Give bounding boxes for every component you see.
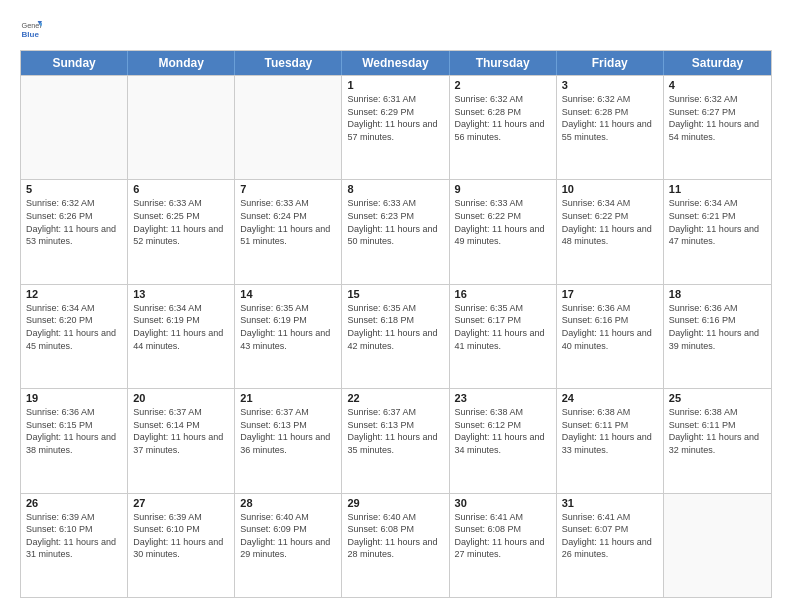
day-cell-16: 16Sunrise: 6:35 AM Sunset: 6:17 PM Dayli… xyxy=(450,285,557,388)
day-number-7: 7 xyxy=(240,183,336,195)
day-cell-20: 20Sunrise: 6:37 AM Sunset: 6:14 PM Dayli… xyxy=(128,389,235,492)
day-info-31: Sunrise: 6:41 AM Sunset: 6:07 PM Dayligh… xyxy=(562,511,658,561)
empty-cell xyxy=(128,76,235,179)
day-info-22: Sunrise: 6:37 AM Sunset: 6:13 PM Dayligh… xyxy=(347,406,443,456)
day-number-28: 28 xyxy=(240,497,336,509)
day-cell-26: 26Sunrise: 6:39 AM Sunset: 6:10 PM Dayli… xyxy=(21,494,128,597)
day-number-31: 31 xyxy=(562,497,658,509)
day-cell-7: 7Sunrise: 6:33 AM Sunset: 6:24 PM Daylig… xyxy=(235,180,342,283)
day-number-2: 2 xyxy=(455,79,551,91)
day-info-23: Sunrise: 6:38 AM Sunset: 6:12 PM Dayligh… xyxy=(455,406,551,456)
empty-cell xyxy=(664,494,771,597)
day-cell-15: 15Sunrise: 6:35 AM Sunset: 6:18 PM Dayli… xyxy=(342,285,449,388)
day-number-20: 20 xyxy=(133,392,229,404)
calendar-row-4: 26Sunrise: 6:39 AM Sunset: 6:10 PM Dayli… xyxy=(21,493,771,597)
day-number-6: 6 xyxy=(133,183,229,195)
day-info-16: Sunrise: 6:35 AM Sunset: 6:17 PM Dayligh… xyxy=(455,302,551,352)
day-cell-22: 22Sunrise: 6:37 AM Sunset: 6:13 PM Dayli… xyxy=(342,389,449,492)
empty-cell xyxy=(235,76,342,179)
day-cell-19: 19Sunrise: 6:36 AM Sunset: 6:15 PM Dayli… xyxy=(21,389,128,492)
day-info-8: Sunrise: 6:33 AM Sunset: 6:23 PM Dayligh… xyxy=(347,197,443,247)
header-sunday: Sunday xyxy=(21,51,128,75)
day-number-1: 1 xyxy=(347,79,443,91)
day-info-18: Sunrise: 6:36 AM Sunset: 6:16 PM Dayligh… xyxy=(669,302,766,352)
day-info-19: Sunrise: 6:36 AM Sunset: 6:15 PM Dayligh… xyxy=(26,406,122,456)
calendar-body: 1Sunrise: 6:31 AM Sunset: 6:29 PM Daylig… xyxy=(21,75,771,597)
day-cell-21: 21Sunrise: 6:37 AM Sunset: 6:13 PM Dayli… xyxy=(235,389,342,492)
day-number-15: 15 xyxy=(347,288,443,300)
day-number-14: 14 xyxy=(240,288,336,300)
day-number-26: 26 xyxy=(26,497,122,509)
day-number-30: 30 xyxy=(455,497,551,509)
day-info-20: Sunrise: 6:37 AM Sunset: 6:14 PM Dayligh… xyxy=(133,406,229,456)
day-number-11: 11 xyxy=(669,183,766,195)
day-number-5: 5 xyxy=(26,183,122,195)
day-info-28: Sunrise: 6:40 AM Sunset: 6:09 PM Dayligh… xyxy=(240,511,336,561)
day-info-30: Sunrise: 6:41 AM Sunset: 6:08 PM Dayligh… xyxy=(455,511,551,561)
day-number-23: 23 xyxy=(455,392,551,404)
day-info-11: Sunrise: 6:34 AM Sunset: 6:21 PM Dayligh… xyxy=(669,197,766,247)
day-cell-11: 11Sunrise: 6:34 AM Sunset: 6:21 PM Dayli… xyxy=(664,180,771,283)
day-number-16: 16 xyxy=(455,288,551,300)
day-number-10: 10 xyxy=(562,183,658,195)
day-number-13: 13 xyxy=(133,288,229,300)
header-friday: Friday xyxy=(557,51,664,75)
day-number-4: 4 xyxy=(669,79,766,91)
page-header: General Blue xyxy=(20,18,772,40)
calendar: Sunday Monday Tuesday Wednesday Thursday… xyxy=(20,50,772,598)
day-info-21: Sunrise: 6:37 AM Sunset: 6:13 PM Dayligh… xyxy=(240,406,336,456)
day-cell-4: 4Sunrise: 6:32 AM Sunset: 6:27 PM Daylig… xyxy=(664,76,771,179)
logo-icon: General Blue xyxy=(20,18,42,40)
day-cell-17: 17Sunrise: 6:36 AM Sunset: 6:16 PM Dayli… xyxy=(557,285,664,388)
day-cell-14: 14Sunrise: 6:35 AM Sunset: 6:19 PM Dayli… xyxy=(235,285,342,388)
header-saturday: Saturday xyxy=(664,51,771,75)
day-cell-24: 24Sunrise: 6:38 AM Sunset: 6:11 PM Dayli… xyxy=(557,389,664,492)
day-info-5: Sunrise: 6:32 AM Sunset: 6:26 PM Dayligh… xyxy=(26,197,122,247)
day-info-12: Sunrise: 6:34 AM Sunset: 6:20 PM Dayligh… xyxy=(26,302,122,352)
day-cell-23: 23Sunrise: 6:38 AM Sunset: 6:12 PM Dayli… xyxy=(450,389,557,492)
day-number-29: 29 xyxy=(347,497,443,509)
day-cell-25: 25Sunrise: 6:38 AM Sunset: 6:11 PM Dayli… xyxy=(664,389,771,492)
calendar-row-0: 1Sunrise: 6:31 AM Sunset: 6:29 PM Daylig… xyxy=(21,75,771,179)
day-info-17: Sunrise: 6:36 AM Sunset: 6:16 PM Dayligh… xyxy=(562,302,658,352)
header-tuesday: Tuesday xyxy=(235,51,342,75)
day-cell-29: 29Sunrise: 6:40 AM Sunset: 6:08 PM Dayli… xyxy=(342,494,449,597)
day-number-9: 9 xyxy=(455,183,551,195)
day-cell-18: 18Sunrise: 6:36 AM Sunset: 6:16 PM Dayli… xyxy=(664,285,771,388)
day-info-7: Sunrise: 6:33 AM Sunset: 6:24 PM Dayligh… xyxy=(240,197,336,247)
day-info-29: Sunrise: 6:40 AM Sunset: 6:08 PM Dayligh… xyxy=(347,511,443,561)
calendar-row-1: 5Sunrise: 6:32 AM Sunset: 6:26 PM Daylig… xyxy=(21,179,771,283)
day-info-26: Sunrise: 6:39 AM Sunset: 6:10 PM Dayligh… xyxy=(26,511,122,561)
day-number-25: 25 xyxy=(669,392,766,404)
day-cell-10: 10Sunrise: 6:34 AM Sunset: 6:22 PM Dayli… xyxy=(557,180,664,283)
calendar-row-3: 19Sunrise: 6:36 AM Sunset: 6:15 PM Dayli… xyxy=(21,388,771,492)
day-number-12: 12 xyxy=(26,288,122,300)
day-info-2: Sunrise: 6:32 AM Sunset: 6:28 PM Dayligh… xyxy=(455,93,551,143)
day-cell-31: 31Sunrise: 6:41 AM Sunset: 6:07 PM Dayli… xyxy=(557,494,664,597)
day-number-22: 22 xyxy=(347,392,443,404)
day-number-27: 27 xyxy=(133,497,229,509)
svg-text:Blue: Blue xyxy=(21,30,39,39)
day-cell-8: 8Sunrise: 6:33 AM Sunset: 6:23 PM Daylig… xyxy=(342,180,449,283)
calendar-header: Sunday Monday Tuesday Wednesday Thursday… xyxy=(21,51,771,75)
empty-cell xyxy=(21,76,128,179)
day-number-8: 8 xyxy=(347,183,443,195)
day-cell-28: 28Sunrise: 6:40 AM Sunset: 6:09 PM Dayli… xyxy=(235,494,342,597)
day-info-13: Sunrise: 6:34 AM Sunset: 6:19 PM Dayligh… xyxy=(133,302,229,352)
day-info-1: Sunrise: 6:31 AM Sunset: 6:29 PM Dayligh… xyxy=(347,93,443,143)
day-info-27: Sunrise: 6:39 AM Sunset: 6:10 PM Dayligh… xyxy=(133,511,229,561)
day-cell-1: 1Sunrise: 6:31 AM Sunset: 6:29 PM Daylig… xyxy=(342,76,449,179)
header-thursday: Thursday xyxy=(450,51,557,75)
day-cell-30: 30Sunrise: 6:41 AM Sunset: 6:08 PM Dayli… xyxy=(450,494,557,597)
day-number-24: 24 xyxy=(562,392,658,404)
day-cell-13: 13Sunrise: 6:34 AM Sunset: 6:19 PM Dayli… xyxy=(128,285,235,388)
day-info-3: Sunrise: 6:32 AM Sunset: 6:28 PM Dayligh… xyxy=(562,93,658,143)
header-wednesday: Wednesday xyxy=(342,51,449,75)
day-number-21: 21 xyxy=(240,392,336,404)
logo: General Blue xyxy=(20,18,46,40)
day-cell-3: 3Sunrise: 6:32 AM Sunset: 6:28 PM Daylig… xyxy=(557,76,664,179)
day-info-24: Sunrise: 6:38 AM Sunset: 6:11 PM Dayligh… xyxy=(562,406,658,456)
day-cell-6: 6Sunrise: 6:33 AM Sunset: 6:25 PM Daylig… xyxy=(128,180,235,283)
day-info-14: Sunrise: 6:35 AM Sunset: 6:19 PM Dayligh… xyxy=(240,302,336,352)
day-number-17: 17 xyxy=(562,288,658,300)
